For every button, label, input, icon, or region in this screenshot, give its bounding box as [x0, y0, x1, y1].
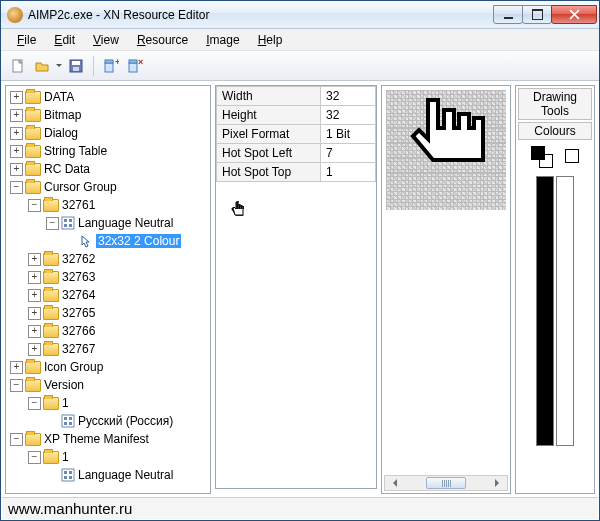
expand-icon[interactable]: + [28, 343, 41, 356]
tree-node-version[interactable]: −Version [6, 376, 210, 394]
tree-node-cursor_group[interactable]: −Cursor Group [6, 178, 210, 196]
expand-icon[interactable]: + [10, 127, 23, 140]
svg-rect-3 [73, 67, 79, 71]
pixel-editor-pane [381, 85, 511, 494]
prop-value[interactable]: 32 [321, 106, 376, 125]
menu-view[interactable]: View [85, 31, 127, 49]
tree-node-c32765[interactable]: +32765 [6, 304, 210, 322]
drawing-tools-header: Drawing Tools [518, 88, 592, 120]
cursor-image[interactable] [400, 96, 490, 196]
svg-rect-20 [62, 469, 74, 481]
expand-icon[interactable]: + [10, 109, 23, 122]
minimize-button[interactable] [493, 5, 523, 24]
expand-icon[interactable]: + [28, 253, 41, 266]
tree-node-ru[interactable]: Русский (Россия) [6, 412, 210, 430]
collapse-icon[interactable]: − [10, 379, 23, 392]
properties-table: Width32 Height32 Pixel Format1 Bit Hot S… [216, 86, 376, 182]
folder-icon [25, 361, 41, 374]
tree-label: DATA [44, 90, 74, 104]
tree-node-sel[interactable]: 32x32 2 Colour [6, 232, 210, 250]
scroll-left-button[interactable] [385, 476, 401, 490]
tree-label: 32761 [62, 198, 95, 212]
tree-node-rc_data[interactable]: +RC Data [6, 160, 210, 178]
tree-node-bitmap[interactable]: +Bitmap [6, 106, 210, 124]
palette-black[interactable] [536, 176, 554, 446]
tree-node-c32762[interactable]: +32762 [6, 250, 210, 268]
close-button[interactable] [551, 5, 597, 24]
menu-help[interactable]: Help [250, 31, 291, 49]
expand-icon[interactable]: + [28, 307, 41, 320]
palette-white[interactable] [556, 176, 574, 446]
tree-node-xp[interactable]: −XP Theme Manifest [6, 430, 210, 448]
alt-colour-swatch[interactable] [565, 149, 579, 163]
colour-swatches [516, 146, 594, 168]
prop-value[interactable]: 7 [321, 144, 376, 163]
tree-node-c32764[interactable]: +32764 [6, 286, 210, 304]
tree-node-xln[interactable]: Language Neutral [6, 466, 210, 484]
tree-label: Cursor Group [44, 180, 117, 194]
prop-value[interactable]: 1 [321, 163, 376, 182]
tree-label: 1 [62, 396, 69, 410]
expand-icon[interactable]: + [10, 145, 23, 158]
expand-icon[interactable]: + [10, 361, 23, 374]
tree-label: 32767 [62, 342, 95, 356]
expand-icon[interactable]: + [28, 325, 41, 338]
svg-rect-17 [69, 417, 72, 420]
fg-bg-swatch[interactable] [531, 146, 553, 168]
cursor-icon [79, 234, 93, 248]
resource-icon [61, 414, 75, 428]
add-resource-button[interactable]: + [100, 55, 122, 77]
horizontal-scrollbar[interactable] [384, 475, 508, 491]
svg-rect-4 [105, 63, 113, 72]
menu-file[interactable]: File [9, 31, 44, 49]
scroll-right-button[interactable] [491, 476, 507, 490]
tree-node-icon_group[interactable]: +Icon Group [6, 358, 210, 376]
tree-node-dialog[interactable]: +Dialog [6, 124, 210, 142]
menu-resource[interactable]: Resource [129, 31, 196, 49]
prop-value[interactable]: 32 [321, 87, 376, 106]
collapse-icon[interactable]: − [10, 433, 23, 446]
collapse-icon[interactable]: − [28, 397, 41, 410]
tree-node-data[interactable]: +DATA [6, 88, 210, 106]
prop-row-hotspot-top: Hot Spot Top1 [217, 163, 376, 182]
tree-node-x1[interactable]: −1 [6, 448, 210, 466]
window-title: AIMP2c.exe - XN Resource Editor [28, 8, 494, 22]
tree-node-c32761[interactable]: −32761 [6, 196, 210, 214]
tree-node-c32763[interactable]: +32763 [6, 268, 210, 286]
prop-value[interactable]: 1 Bit [321, 125, 376, 144]
tree-node-c32766[interactable]: +32766 [6, 322, 210, 340]
expand-icon[interactable]: + [28, 271, 41, 284]
tree-node-string_table[interactable]: +String Table [6, 142, 210, 160]
tree-node-v1[interactable]: −1 [6, 394, 210, 412]
collapse-icon[interactable]: − [46, 217, 59, 230]
resource-tree[interactable]: +DATA+Bitmap+Dialog+String Table+RC Data… [6, 86, 210, 493]
collapse-icon[interactable]: − [28, 451, 41, 464]
fg-colour[interactable] [531, 146, 545, 160]
maximize-button[interactable] [522, 5, 552, 24]
open-dropdown[interactable] [55, 61, 63, 70]
expand-icon[interactable]: + [10, 163, 23, 176]
status-bar: www.manhunter.ru [2, 497, 598, 519]
new-button[interactable] [7, 55, 29, 77]
prop-label: Width [217, 87, 321, 106]
save-button[interactable] [65, 55, 87, 77]
status-text: www.manhunter.ru [8, 500, 132, 517]
folder-icon [25, 433, 41, 446]
expand-icon[interactable]: + [10, 91, 23, 104]
expand-icon[interactable]: + [28, 289, 41, 302]
collapse-icon[interactable]: − [10, 181, 23, 194]
prop-row-pixelformat: Pixel Format1 Bit [217, 125, 376, 144]
open-button[interactable] [31, 55, 53, 77]
resource-tree-pane: +DATA+Bitmap+Dialog+String Table+RC Data… [5, 85, 211, 494]
tree-node-c32767[interactable]: +32767 [6, 340, 210, 358]
folder-icon [43, 289, 59, 302]
menu-image[interactable]: Image [198, 31, 247, 49]
folder-icon [43, 253, 59, 266]
svg-rect-12 [69, 219, 72, 222]
collapse-icon[interactable]: − [28, 199, 41, 212]
delete-resource-button[interactable]: × [124, 55, 146, 77]
scroll-thumb[interactable] [426, 477, 466, 489]
tree-node-lang_neutral[interactable]: −Language Neutral [6, 214, 210, 232]
menu-edit[interactable]: Edit [46, 31, 83, 49]
toolbar: + × [1, 51, 599, 81]
